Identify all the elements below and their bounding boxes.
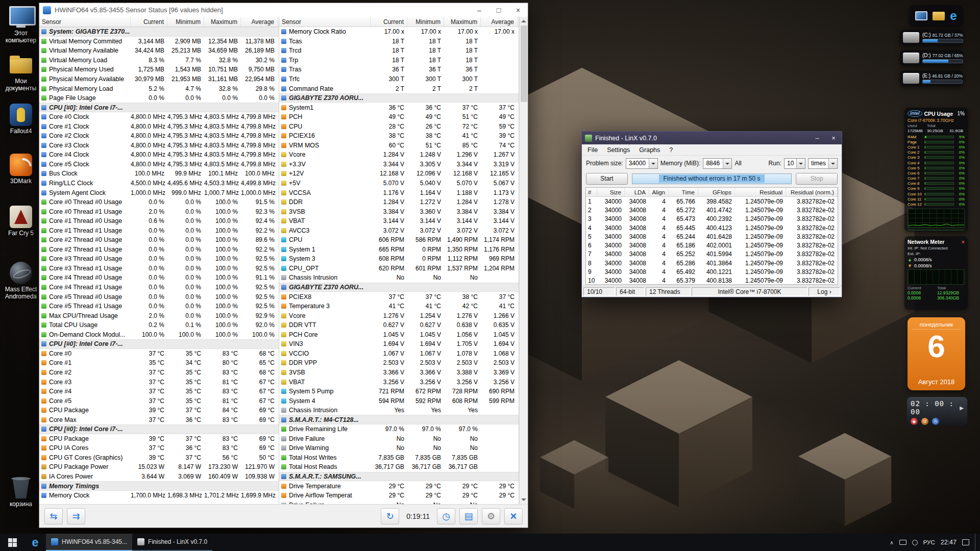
all-label[interactable]: All: [734, 160, 741, 167]
results-column-header[interactable]: Align: [649, 188, 669, 196]
sensor-row[interactable]: Core #0 Thread #1 Usage2.0 %0.0 %100.0 %…: [39, 207, 279, 216]
drive-gauge-0[interactable]: (C:)81.72 GB / 37%: [900, 30, 963, 45]
column-header-maximum[interactable]: Maximum: [204, 17, 241, 27]
sensor-row[interactable]: Trp18 T18 T18 T: [279, 56, 519, 65]
status-log-button[interactable]: Log ›: [808, 287, 840, 296]
result-row[interactable]: 83400034008465.286401.38641.245079e-093.…: [586, 259, 838, 267]
desktop-icon-mass-effect[interactable]: Mass Effect Andromeda: [2, 261, 40, 300]
sensor-row[interactable]: Max CPU/Thread Usage2.0 %0.0 %100.0 %92.…: [39, 311, 279, 320]
results-column-header[interactable]: LDA: [625, 188, 649, 196]
sensor-row[interactable]: Command Rate2 T2 T2 T: [279, 84, 519, 93]
desktop-icon-recycle-bin[interactable]: корзина: [2, 476, 40, 508]
sensor-row[interactable]: Chassis IntrusionNoNoNo: [279, 273, 519, 283]
sensor-row[interactable]: Virtual Memory Load8.3 %7.7 %32.8 %30.2 …: [39, 56, 279, 65]
sensor-group-header[interactable]: GIGABYTE Z370 AORU...: [279, 93, 519, 103]
sensor-row[interactable]: Trfc300 T300 T300 T: [279, 74, 519, 84]
notification-center-icon[interactable]: [962, 539, 969, 545]
sensor-row[interactable]: System 3608 RPM0 RPM1,112 RPM969 RPM: [279, 254, 519, 264]
drive-gauge-1[interactable]: (D:)77.02 GB / 65%: [900, 50, 963, 66]
taskbar-task-hwinfo[interactable]: HWiNFO64 v5.85-345...: [46, 534, 132, 551]
sensor-row[interactable]: System Agent Clock1,000.0 MHz999.0 MHz1,…: [39, 188, 279, 197]
sensor-group-header[interactable]: CPU [#0]: Intel Core i7-...: [39, 424, 279, 434]
sensor-row[interactable]: VCCIO1.067 V1.067 V1.078 V1.068 V: [279, 349, 519, 359]
sensor-row[interactable]: 3VSB3.384 V3.360 V3.384 V3.384 V: [279, 207, 519, 216]
problem-size-select[interactable]: 34000: [626, 158, 658, 169]
sensor-row[interactable]: Virtual Memory Commited3,144 MB2,909 MB1…: [39, 37, 279, 46]
sensor-row[interactable]: Core #437 °C35 °C83 °C67 °C: [39, 387, 279, 396]
sensor-row[interactable]: Trcd18 T18 T18 T: [279, 46, 519, 56]
sensor-row[interactable]: Bus Clock100.0 MHz99.9 MHz100.1 MHz100.0…: [39, 169, 279, 179]
show-desktop-button[interactable]: [975, 534, 977, 551]
tray-display-icon[interactable]: [899, 540, 906, 545]
sensor-row[interactable]: Core #4 Clock4,800.0 MHz4,795.3 MHz4,803…: [39, 150, 279, 160]
sensor-row[interactable]: Physical Memory Load5.2 %4.7 %32.8 %29.8…: [39, 84, 279, 93]
sensor-row[interactable]: +5V5.070 V5.040 V5.070 V5.067 V: [279, 179, 519, 188]
sensor-row[interactable]: System 4594 RPM592 RPM608 RPM599 RPM: [279, 396, 519, 406]
sensor-group-header[interactable]: CPU [#0]: Intel Core i7-...: [39, 339, 279, 349]
vertical-scrollbar[interactable]: [519, 17, 528, 504]
sensor-row[interactable]: 3VSB3.366 V3.366 V3.388 V3.369 V: [279, 368, 519, 378]
desktop-icon-farcry5[interactable]: Far Cry 5: [2, 205, 40, 237]
sensor-row[interactable]: Drive WarningNoNoNo: [279, 443, 519, 453]
sensor-row[interactable]: CPU_OPT620 RPM601 RPM1,537 RPM1,204 RPM: [279, 264, 519, 273]
column-header-minimum[interactable]: Minimum: [167, 17, 204, 27]
minimize-button[interactable]: –: [470, 3, 489, 17]
sensor-row[interactable]: On-Demand Clock Modul...100.0 %100.0 %10…: [39, 330, 279, 340]
sensor-row[interactable]: VBAT3.256 V3.256 V3.256 V3.256 V: [279, 377, 519, 387]
linx-titlebar[interactable]: Finished - LinX v0.7.0 – ×: [582, 132, 842, 144]
menu-item-2[interactable]: Graphs: [634, 145, 665, 155]
sensor-row[interactable]: PCH Core1.045 V1.045 V1.056 V1.045 V: [279, 330, 519, 340]
sensor-row[interactable]: Drive Airflow Temperat29 °C29 °C29 °C29 …: [279, 491, 519, 500]
tray-expand-icon[interactable]: ∧: [890, 540, 893, 545]
sensor-row[interactable]: CPU Package Power15.023 W8.147 W173.230 …: [39, 462, 279, 472]
sensor-row[interactable]: IA Cores Power3.644 W3.069 W160.409 W109…: [39, 472, 279, 482]
column-header-current[interactable]: Current: [371, 17, 407, 27]
sensor-row[interactable]: Core #5 Thread #0 Usage0.0 %0.0 %100.0 %…: [39, 292, 279, 302]
results-column-header[interactable]: Residual (norm.): [786, 188, 838, 196]
timer-power-button[interactable]: ◉: [911, 418, 918, 425]
exit-button[interactable]: ×: [504, 508, 523, 524]
sensor-row[interactable]: DDR1.284 V1.272 V1.284 V1.278 V: [279, 197, 519, 207]
taskbar-task-linx[interactable]: Finished - LinX v0.7.0: [132, 534, 212, 551]
sensor-row[interactable]: Tcas18 T18 T18 T: [279, 37, 519, 46]
menu-item-3[interactable]: ?: [665, 145, 677, 155]
result-row[interactable]: 63400034008465.186402.00011.245079e-093.…: [586, 241, 838, 249]
sensor-row[interactable]: Core #5 Thread #1 Usage0.0 %0.0 %100.0 %…: [39, 302, 279, 311]
sensor-row[interactable]: System 5 Pump721 RPM672 RPM728 RPM690 RP…: [279, 387, 519, 396]
sensor-group-header[interactable]: CPU [#0]: Intel Core i7-...: [39, 103, 279, 112]
column-header-minimum[interactable]: Minimum: [407, 17, 444, 27]
sensor-row[interactable]: AVCC33.072 V3.072 V3.072 V3.072 V: [279, 226, 519, 235]
sensor-row[interactable]: DDR VPP2.503 V2.503 V2.503 V2.503 V: [279, 358, 519, 368]
sensor-group-header[interactable]: S.M.A.R.T.: M4-CT128...: [279, 415, 519, 424]
settings-button[interactable]: ⚙: [482, 508, 500, 524]
results-column-header[interactable]: #: [586, 188, 597, 196]
maximize-button[interactable]: □: [489, 3, 508, 17]
sensor-row[interactable]: Drive Temperature29 °C29 °C29 °C29 °C: [279, 481, 519, 491]
refresh-button[interactable]: ↻: [381, 508, 399, 524]
sensor-row[interactable]: DDR VTT0.627 V0.627 V0.638 V0.635 V: [279, 320, 519, 330]
sensor-row[interactable]: Total Host Reads36,717 GB36,717 GB36,717…: [279, 462, 519, 472]
sensor-row[interactable]: Core #0 Clock4,800.0 MHz4,795.3 MHz4,803…: [39, 112, 279, 122]
sensor-row[interactable]: Virtual Memory Available34,424 MB25,213 …: [39, 46, 279, 56]
timer-reset-button[interactable]: ↺: [921, 418, 928, 425]
sensor-row[interactable]: CPU606 RPM586 RPM1,490 RPM1,174 RPM: [279, 235, 519, 245]
hwinfo-titlebar[interactable]: HWiNFO64 v5.85-3455 Sensor Status [96 va…: [39, 3, 528, 17]
sensor-row[interactable]: Physical Memory Available30,979 MB21,953…: [39, 74, 279, 84]
sensor-row[interactable]: Core #1 Thread #1 Usage0.0 %0.0 %100.0 %…: [39, 226, 279, 235]
sensor-row[interactable]: CPU Package39 °C37 °C83 °C69 °C: [39, 434, 279, 444]
drive-gauge-2[interactable]: (E:)46.81 GB / 20%: [900, 70, 963, 86]
linx-close-button[interactable]: ×: [825, 132, 842, 144]
stop-button[interactable]: Stop: [796, 173, 838, 185]
column-header-sensor[interactable]: Sensor: [39, 17, 131, 27]
taskbar-clock[interactable]: 22:47: [941, 539, 957, 546]
sensor-row[interactable]: Vcore1.276 V1.254 V1.276 V1.266 V: [279, 311, 519, 320]
sensor-row[interactable]: Core #3 Thread #1 Usage0.0 %0.0 %100.0 %…: [39, 264, 279, 273]
sensor-row[interactable]: Core #4 Thread #0 Usage0.0 %0.0 %100.0 %…: [39, 273, 279, 283]
memory-select[interactable]: 8846: [703, 158, 732, 169]
language-indicator[interactable]: РУС: [923, 539, 935, 545]
sensor-row[interactable]: VCCSA1.176 V1.164 V1.188 V1.173 V: [279, 188, 519, 197]
start-button[interactable]: Start: [586, 173, 628, 185]
sensor-row[interactable]: Page File Usage0.0 %0.0 %0.0 %0.0 %: [39, 93, 279, 103]
sensor-row[interactable]: Core #237 °C35 °C83 °C68 °C: [39, 368, 279, 378]
scroll-thumb[interactable]: [521, 26, 527, 102]
